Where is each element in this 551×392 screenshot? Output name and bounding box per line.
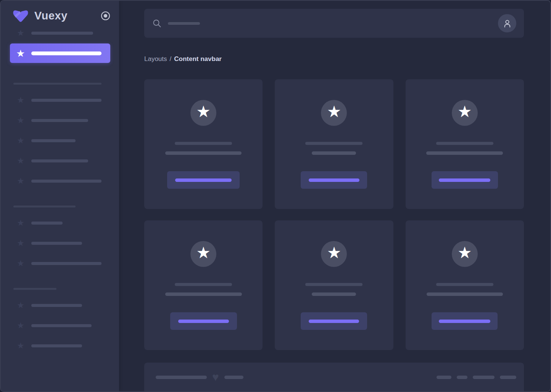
app-window: Vuexy ★ ★ ★ ★ ★ ★ ★ xyxy=(0,0,551,392)
sidebar-item[interactable]: ★ xyxy=(10,321,110,330)
star-icon: ★ xyxy=(16,341,25,350)
brand-title: Vuexy xyxy=(34,10,68,22)
menu-label-skeleton xyxy=(31,159,88,162)
button-label-skeleton xyxy=(439,320,490,323)
button-label-skeleton xyxy=(175,178,232,182)
menu-label-skeleton xyxy=(31,222,63,225)
footer-right xyxy=(437,376,516,379)
button-label-skeleton xyxy=(309,178,359,182)
footer-skeleton-bar xyxy=(224,376,243,379)
card-title-skeleton xyxy=(175,283,232,286)
card-text-skeleton xyxy=(312,151,356,155)
footer-left: ♥ xyxy=(156,371,243,383)
star-avatar: ★ xyxy=(452,241,478,267)
sidebar-item[interactable]: ★ xyxy=(10,301,110,310)
footer-skeleton-bar xyxy=(473,376,495,379)
star-icon: ★ xyxy=(16,29,25,38)
sidebar-item[interactable]: ★ xyxy=(10,96,110,105)
user-avatar[interactable] xyxy=(498,14,516,32)
star-icon: ★ xyxy=(327,104,342,120)
star-avatar: ★ xyxy=(452,100,478,126)
footer-skeleton-bar xyxy=(457,376,467,379)
sidebar-item[interactable]: ★ xyxy=(10,259,110,268)
vuexy-logo-icon xyxy=(11,8,30,23)
sidebar-nav: ★ ★ ★ ★ ★ ★ ★ ★ ★ ★ ★ ★ xyxy=(1,18,119,350)
star-icon: ★ xyxy=(16,96,25,105)
menu-label-skeleton xyxy=(31,119,88,122)
card-title-skeleton xyxy=(436,283,493,286)
sidebar-item[interactable]: ★ xyxy=(10,341,110,350)
card-button[interactable] xyxy=(167,171,240,189)
breadcrumb: Layouts / Content navbar xyxy=(144,55,524,63)
breadcrumb-current: Content navbar xyxy=(174,55,222,63)
cards-grid: ★ ★ ★ ★ xyxy=(144,79,524,350)
radio-circle-icon[interactable] xyxy=(100,11,111,21)
star-avatar: ★ xyxy=(321,241,347,267)
person-icon xyxy=(503,19,512,28)
sidebar-item[interactable]: ★ xyxy=(10,136,110,145)
card-title-skeleton xyxy=(175,142,232,145)
menu-label-skeleton xyxy=(31,344,82,347)
menu-label-skeleton xyxy=(31,242,82,245)
card-text-skeleton xyxy=(312,292,356,296)
section-divider-skeleton xyxy=(13,83,102,85)
section-divider-skeleton xyxy=(13,206,76,207)
menu-label-skeleton xyxy=(31,324,92,327)
menu-label-skeleton xyxy=(31,304,82,307)
breadcrumb-parent[interactable]: Layouts xyxy=(144,55,167,63)
card-button[interactable] xyxy=(301,312,367,330)
star-icon: ★ xyxy=(458,104,472,120)
sidebar-item-active[interactable]: ★ xyxy=(10,43,110,63)
card-title-skeleton xyxy=(436,142,493,145)
card-button[interactable] xyxy=(432,171,498,189)
search-icon xyxy=(153,19,161,28)
card-button[interactable] xyxy=(301,171,367,189)
star-icon: ★ xyxy=(16,177,25,186)
menu-label-skeleton xyxy=(31,51,102,55)
card-text-skeleton xyxy=(165,151,242,155)
footer-skeleton-bar xyxy=(156,376,207,379)
main-content: Layouts / Content navbar ★ ★ ★ xyxy=(119,1,550,391)
card-title-skeleton xyxy=(305,283,362,286)
menu-label-skeleton xyxy=(31,32,93,35)
card-button[interactable] xyxy=(432,312,498,330)
footer-card: ♥ xyxy=(144,363,524,391)
search-placeholder-skeleton xyxy=(168,22,200,25)
menu-label-skeleton xyxy=(31,99,102,102)
card-text-skeleton xyxy=(165,292,242,296)
star-icon: ★ xyxy=(16,301,25,310)
star-icon: ★ xyxy=(16,49,25,58)
card: ★ xyxy=(406,79,524,209)
breadcrumb-separator: / xyxy=(170,55,172,63)
sidebar-item[interactable]: ★ xyxy=(10,116,110,125)
button-label-skeleton xyxy=(309,320,359,323)
star-icon: ★ xyxy=(16,218,25,228)
menu-label-skeleton xyxy=(31,262,102,265)
card: ★ xyxy=(406,220,524,350)
heart-icon: ♥ xyxy=(212,371,219,383)
search-input[interactable] xyxy=(153,9,498,38)
sidebar-item[interactable]: ★ xyxy=(10,239,110,248)
footer-skeleton-bar xyxy=(437,376,451,379)
star-icon: ★ xyxy=(16,136,25,145)
star-icon: ★ xyxy=(16,116,25,125)
menu-label-skeleton xyxy=(31,139,76,142)
star-icon: ★ xyxy=(327,245,342,261)
button-label-skeleton xyxy=(439,178,490,182)
star-avatar: ★ xyxy=(190,100,216,126)
section-divider-skeleton xyxy=(13,288,56,290)
star-avatar: ★ xyxy=(321,100,347,126)
sidebar-item[interactable]: ★ xyxy=(10,29,110,38)
card-text-skeleton xyxy=(426,151,503,155)
sidebar-item[interactable]: ★ xyxy=(10,218,110,228)
star-avatar: ★ xyxy=(190,241,216,267)
card: ★ xyxy=(275,79,393,209)
card: ★ xyxy=(144,79,263,209)
star-icon: ★ xyxy=(16,239,25,248)
card: ★ xyxy=(275,220,393,350)
card-text-skeleton xyxy=(427,292,503,296)
star-icon: ★ xyxy=(196,245,211,261)
sidebar-item[interactable]: ★ xyxy=(10,177,110,186)
card-button[interactable] xyxy=(170,312,237,330)
sidebar-item[interactable]: ★ xyxy=(10,156,110,165)
